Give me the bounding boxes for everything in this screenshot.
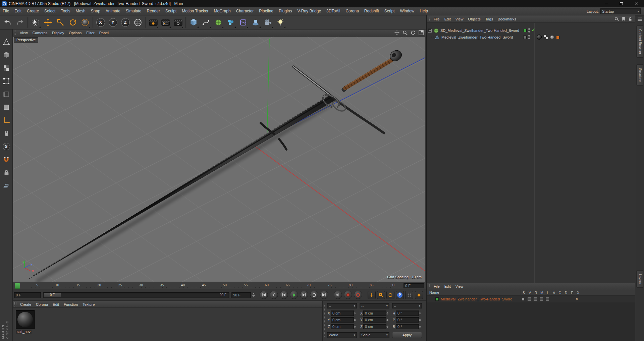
rotate-view-button[interactable]	[410, 30, 416, 36]
layout-dropdown[interactable]: Startup ▾	[600, 8, 641, 14]
workplane-lock-button[interactable]	[0, 168, 12, 178]
add-subdivision-surface-button[interactable]	[212, 16, 224, 29]
position-y-field[interactable]: 0 cm	[331, 317, 354, 323]
rotation-p-stepper[interactable]	[419, 319, 422, 321]
record-pla-button[interactable]	[405, 291, 413, 299]
rotation-h-stepper[interactable]	[419, 312, 422, 315]
apply-button[interactable]: Apply	[392, 332, 422, 338]
texture-mode-button[interactable]	[0, 63, 12, 73]
play-sound-button[interactable]	[334, 291, 342, 299]
view-toggle-icon[interactable]	[528, 297, 531, 301]
toggle-view-layout-button[interactable]	[418, 30, 424, 36]
menu-animate[interactable]: Animate	[103, 7, 123, 15]
menu-create[interactable]: Create	[24, 7, 42, 15]
workplane-mode-button[interactable]	[0, 181, 12, 191]
menu-edit[interactable]: Edit	[12, 7, 24, 15]
goto-start-button[interactable]	[260, 291, 268, 299]
material-tag-icon[interactable]	[537, 35, 542, 40]
om-menu-tags[interactable]: Tags	[483, 16, 495, 22]
menu-select[interactable]: Select	[42, 7, 58, 15]
play-button[interactable]	[290, 291, 298, 299]
goto-end-button[interactable]	[320, 291, 328, 299]
om-menu-view[interactable]: View	[453, 16, 466, 22]
layer-color-chip[interactable]	[523, 29, 527, 32]
panel-grip[interactable]	[428, 284, 430, 288]
undo-button[interactable]	[1, 16, 14, 29]
size-z-stepper[interactable]	[386, 326, 389, 328]
end-frame-field[interactable]: 90 F	[231, 292, 251, 298]
position-x-field[interactable]: 0 cm	[331, 310, 354, 316]
add-cube-button[interactable]	[187, 16, 200, 29]
next-frame-button[interactable]	[300, 291, 308, 299]
position-z-stepper[interactable]	[354, 326, 357, 328]
menu-sculpt[interactable]: Sculpt	[163, 7, 179, 15]
menu-character[interactable]: Character	[233, 7, 257, 15]
menu-script[interactable]: Script	[382, 7, 397, 15]
om-menu-file[interactable]: File	[431, 16, 442, 22]
model-mode-button[interactable]	[0, 50, 12, 60]
record-parameter-button[interactable]: P	[396, 291, 404, 299]
viewport-menu-filter[interactable]: Filter	[84, 30, 97, 36]
tweak-mode-button[interactable]	[0, 128, 12, 138]
object-row-sword-mesh[interactable]: Medieval_Zweihander_Two-Handed_Sword	[427, 34, 534, 41]
layer-color-chip[interactable]	[435, 297, 439, 301]
add-deformer-button[interactable]	[237, 16, 249, 29]
menu-redshift[interactable]: Redshift	[362, 7, 382, 15]
lock-y-axis-button[interactable]: Y	[107, 16, 119, 29]
panel-grip[interactable]	[14, 31, 16, 35]
material-name[interactable]: suit_nev	[16, 330, 32, 334]
timeline-ruler[interactable]: 5 10 15 20 25 30 35 40 45 50 55 60 65 70…	[13, 282, 426, 289]
om-menu-edit[interactable]: Edit	[442, 16, 453, 22]
maximize-button[interactable]	[614, 0, 629, 7]
viewport-solo-button[interactable]: S	[0, 141, 12, 152]
view-label[interactable]: Perspective	[14, 37, 38, 43]
material-menu-create[interactable]: Create	[18, 301, 34, 308]
texture-tag-icon[interactable]	[544, 35, 548, 39]
phong-tag-icon[interactable]	[550, 35, 554, 39]
record-button[interactable]	[344, 291, 352, 299]
layer-menu-view[interactable]: View	[453, 283, 466, 290]
dock-menu-icon[interactable]	[638, 17, 642, 21]
polygon-mode-button[interactable]	[0, 102, 12, 112]
menu-3dtoall[interactable]: 3DToAll	[324, 7, 343, 15]
menu-snap[interactable]: Snap	[88, 7, 103, 15]
size-mode-dropdown[interactable]: Scale ▾	[360, 332, 389, 338]
object-row-sd-sword[interactable]: SD_Medieval_Zweihander_Two-Handed_Sword	[427, 27, 534, 34]
position-z-field[interactable]: 0 cm	[331, 324, 354, 329]
layer-menu-file[interactable]: File	[431, 283, 442, 290]
size-y-field[interactable]: 0 cm	[363, 317, 386, 323]
menu-pipeline[interactable]: Pipeline	[256, 7, 276, 15]
position-y-stepper[interactable]	[354, 319, 357, 321]
autokey-button[interactable]	[354, 291, 362, 299]
rotation-b-field[interactable]: 0 °	[396, 324, 419, 329]
viewport-menu-display[interactable]: Display	[50, 30, 66, 36]
render-settings-button[interactable]	[172, 16, 184, 29]
layer-color-chip[interactable]	[523, 36, 527, 39]
viewport-menu-cameras[interactable]: Cameras	[30, 30, 50, 36]
viewport-menu-panel[interactable]: Panel	[97, 30, 111, 36]
material-thumbnail[interactable]	[16, 310, 35, 329]
lock-x-axis-button[interactable]: X	[94, 16, 107, 29]
viewport-menu-view[interactable]: View	[17, 30, 30, 36]
viewport-canvas[interactable]	[13, 37, 425, 282]
scale-tool-button[interactable]	[54, 16, 66, 29]
current-frame-field[interactable]: 0 F	[14, 292, 41, 298]
minimize-button[interactable]	[599, 0, 614, 7]
point-mode-button[interactable]	[0, 76, 12, 86]
record-rotation-button[interactable]	[386, 291, 394, 299]
menu-corona[interactable]: Corona	[343, 7, 361, 15]
layer-name[interactable]: Medieval_Zweihander_Two-Handed_Sword	[441, 297, 512, 301]
close-button[interactable]	[629, 0, 644, 7]
loop-mode-button[interactable]	[310, 291, 318, 299]
om-menu-objects[interactable]: Objects	[466, 16, 483, 22]
add-spline-button[interactable]	[200, 16, 212, 29]
object-name[interactable]: Medieval_Zweihander_Two-Handed_Sword	[441, 35, 513, 39]
render-to-picture-viewer-button[interactable]	[159, 16, 172, 29]
menu-render[interactable]: Render	[144, 7, 163, 15]
make-editable-button[interactable]	[0, 37, 12, 47]
rotation-header-dropdown[interactable]: -- ▾	[392, 303, 422, 308]
rotation-h-field[interactable]: 0 °	[396, 310, 419, 316]
add-environment-button[interactable]	[249, 16, 262, 29]
coordinate-space-dropdown[interactable]: World ▾	[327, 332, 357, 338]
uvw-tag-icon[interactable]	[556, 36, 559, 39]
